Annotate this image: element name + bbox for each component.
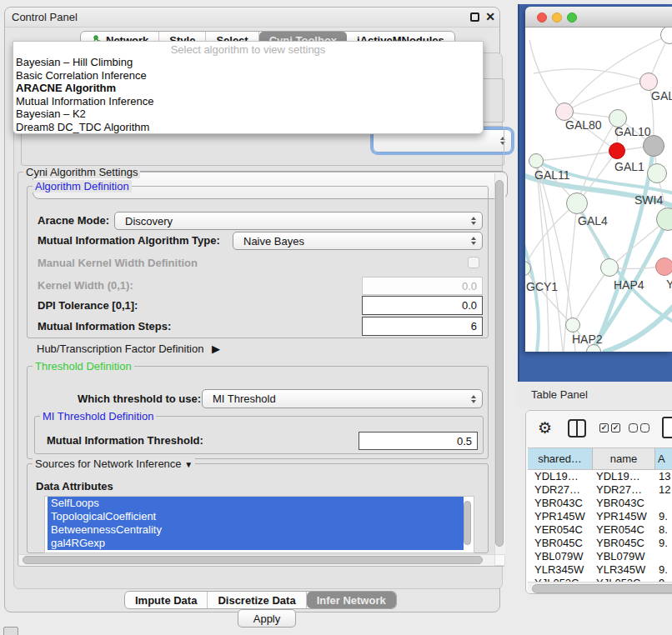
network-window-titlebar: [525, 7, 672, 28]
aracne-mode-value: Discovery: [125, 215, 173, 228]
float-window-icon[interactable]: [470, 12, 479, 22]
table-file-icon[interactable]: [662, 417, 672, 438]
mi-threshold-group-title: MI Threshold Definition: [40, 410, 156, 422]
cell-value: 13: [655, 470, 672, 483]
network-node[interactable]: [565, 318, 580, 332]
aracne-mode-combo[interactable]: Discovery: [114, 212, 483, 230]
column-header-name[interactable]: name: [593, 448, 655, 469]
tab-impute-data[interactable]: Impute Data: [125, 592, 208, 608]
control-panel-titlebar: Control Panel ✕: [5, 8, 499, 28]
chevron-right-icon: ▶: [212, 342, 220, 355]
threshold-definition-group: Threshold Definition Which threshold to …: [27, 366, 489, 459]
network-node-label: HAP2: [572, 332, 603, 346]
algorithm-option[interactable]: Bayesian – K2: [13, 108, 483, 121]
cell-shared-name: YBL079W: [528, 550, 593, 563]
table-row[interactable]: YBR045C YBR045C 9.: [528, 537, 672, 550]
table-row[interactable]: YPR145W YPR145W 9.: [528, 510, 672, 523]
tab-infer-network[interactable]: Infer Network: [307, 592, 396, 608]
network-node[interactable]: [647, 163, 667, 183]
split-columns-icon[interactable]: [568, 419, 586, 438]
window-minimize-button[interactable]: [552, 12, 562, 22]
tab-discretize-data[interactable]: Discretize Data: [208, 592, 306, 608]
window-close-button[interactable]: [537, 12, 547, 22]
which-threshold-combo[interactable]: MI Threshold: [202, 389, 483, 408]
column-header-clipped[interactable]: A: [655, 448, 672, 469]
network-node[interactable]: [609, 142, 625, 159]
sources-group: Sources for Network Inference ▼ Data Att…: [27, 463, 489, 553]
manual-kernel-width-checkbox[interactable]: [468, 257, 479, 268]
algorithm-option[interactable]: Mutual Information Inference: [13, 95, 483, 108]
table-row[interactable]: YDL19… YDL19… 13: [528, 470, 672, 483]
column-header-shared-name[interactable]: shared…: [528, 448, 593, 469]
algorithm-option[interactable]: ARACNE Algorithm: [13, 82, 483, 95]
attributes-scrollbar-thumb[interactable]: [464, 501, 471, 545]
mi-algorithm-type-combo[interactable]: Naive Bayes: [233, 232, 483, 250]
algorithm-option[interactable]: Basic Correlation Inference: [13, 69, 483, 82]
network-node-label: GCY1: [526, 280, 558, 293]
settings-vertical-scrollbar-thumb[interactable]: [495, 180, 504, 547]
data-attribute-item[interactable]: SelfLoops: [48, 497, 464, 510]
gear-icon[interactable]: ⚙: [538, 418, 552, 438]
cell-shared-name: YPR145W: [528, 510, 593, 523]
cell-value: 9.: [655, 510, 672, 523]
data-attribute-item[interactable]: gal4RGexp: [48, 537, 464, 550]
data-attributes-list[interactable]: SelfLoopsTopologicalCoefficientBetweenne…: [44, 496, 474, 553]
network-node[interactable]: [643, 135, 664, 157]
dpi-tolerance-field[interactable]: 0.0: [362, 296, 483, 315]
table-horizontal-scrollbar-thumb[interactable]: [532, 584, 672, 593]
cell-name: YBR045C: [593, 537, 655, 550]
collapsed-panel-button[interactable]: [3, 627, 18, 635]
network-node[interactable]: [600, 258, 619, 277]
cell-name: YLR345W: [593, 563, 655, 577]
table-row[interactable]: YDR27… YDR27… 12: [528, 483, 672, 497]
network-node[interactable]: [639, 72, 658, 91]
dpi-tolerance-label: DPI Tolerance [0,1]:: [38, 296, 138, 315]
table-row[interactable]: YER054C YER054C 8.: [528, 523, 672, 537]
network-canvas[interactable]: GALGAL80GAL10GAL1GAL11SWI4GAL4GCY1HAP4YH…: [525, 28, 672, 352]
apply-button[interactable]: Apply: [238, 609, 296, 628]
table-row[interactable]: YBL079W YBL079W: [528, 550, 672, 563]
hub-definition-label: Hub/Transcription Factor Definition: [37, 342, 203, 355]
hub-definition-toggle[interactable]: Hub/Transcription Factor Definition ▶: [37, 342, 220, 355]
mi-algorithm-type-label: Mutual Information Algorithm Type:: [38, 232, 220, 250]
sources-group-title[interactable]: Sources for Network Inference ▼: [33, 458, 195, 471]
tab-impute-data-label: Impute Data: [135, 594, 197, 607]
network-node-label: SWI4: [634, 193, 663, 207]
select-all-checkboxes-icon[interactable]: ✓✓: [599, 423, 620, 432]
cell-value: 9.: [655, 537, 672, 550]
which-threshold-label: Which threshold to use:: [78, 389, 201, 408]
chevron-down-icon: ▼: [184, 460, 193, 469]
network-node-label: GAL11: [534, 168, 570, 182]
table-row[interactable]: YBR043C YBR043C: [528, 497, 672, 510]
mi-steps-field[interactable]: 6: [362, 317, 483, 336]
tab-discretize-data-label: Discretize Data: [218, 594, 295, 607]
network-node[interactable]: [655, 258, 672, 276]
window-zoom-button[interactable]: [567, 12, 577, 22]
algorithm-definition-title: Algorithm Definition: [33, 180, 132, 192]
cell-name: YBR043C: [593, 497, 655, 510]
cell-value: [655, 550, 672, 563]
settings-horizontal-scrollbar-thumb[interactable]: [23, 556, 483, 564]
close-icon[interactable]: ✕: [485, 10, 495, 23]
network-node[interactable]: [529, 153, 544, 168]
mi-threshold-value: 0.5: [457, 435, 472, 448]
mi-threshold-label: Mutual Information Threshold:: [47, 432, 203, 450]
algorithm-option[interactable]: Dream8 DC_TDC Algorithm: [13, 121, 483, 134]
table-toolbar: ⚙ ✓✓: [526, 411, 672, 448]
table-panel: ⚙ ✓✓ shared… name A YDL19… YDL19… 13: [525, 410, 672, 594]
dpi-tolerance-value: 0.0: [462, 299, 477, 312]
mi-threshold-field[interactable]: 0.5: [359, 432, 478, 450]
network-node[interactable]: [566, 192, 588, 214]
data-attribute-item[interactable]: TopologicalCoefficient: [48, 510, 464, 523]
kernel-width-field[interactable]: 0.0: [362, 277, 483, 295]
deselect-all-checkboxes-icon[interactable]: [629, 423, 649, 432]
cell-shared-name: YER054C: [528, 523, 593, 537]
table-body[interactable]: YDL19… YDL19… 13 YDR27… YDR27… 12 YBR043…: [528, 470, 672, 582]
network-node-label: Y: [666, 278, 672, 291]
cell-value: 12: [655, 483, 672, 497]
data-attribute-item[interactable]: BetweennessCentrality: [48, 523, 464, 537]
algorithm-option[interactable]: Bayesian – Hill Climbing: [13, 56, 483, 69]
table-row[interactable]: YLR345W YLR345W 9.: [528, 563, 672, 577]
cell-shared-name: YDL19…: [528, 470, 593, 483]
mi-steps-value: 6: [471, 320, 477, 332]
